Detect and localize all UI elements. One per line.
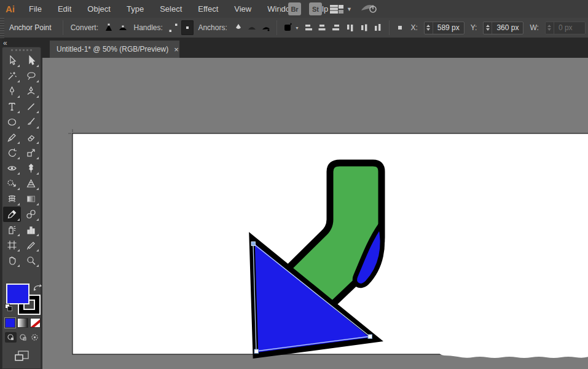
- tool-lasso[interactable]: [22, 68, 40, 84]
- tool-rotate[interactable]: [3, 145, 21, 161]
- color-mode-row: [5, 318, 41, 328]
- show-handles-button[interactable]: [167, 20, 180, 35]
- menu-effect[interactable]: Effect: [190, 0, 226, 18]
- menu-file[interactable]: File: [21, 0, 50, 18]
- bridge-button[interactable]: Br: [288, 2, 301, 15]
- artboard-corner-mark: [68, 129, 73, 133]
- menu-type[interactable]: Type: [119, 0, 152, 18]
- tool-mesh[interactable]: [3, 191, 21, 207]
- menu-edit[interactable]: Edit: [50, 0, 79, 18]
- tool-shaper[interactable]: [3, 130, 21, 145]
- swap-fill-stroke-icon[interactable]: [33, 283, 42, 294]
- document-tab-strip: « Untitled-1* @ 50% (RGB/Preview) ×: [0, 38, 588, 58]
- x-value[interactable]: 589 px: [433, 23, 464, 32]
- menu-bar: Ai File Edit Object Type Select Effect V…: [0, 0, 588, 18]
- tool-gradient[interactable]: [22, 191, 40, 207]
- gradient-button[interactable]: [17, 318, 28, 328]
- document-tab-title: Untitled-1* @ 50% (RGB/Preview): [50, 45, 168, 54]
- workspace-switcher-icon[interactable]: ▼: [330, 5, 352, 14]
- tool-scale[interactable]: [22, 145, 40, 161]
- x-stepper[interactable]: [425, 22, 433, 34]
- tool-curvature[interactable]: [22, 84, 40, 99]
- color-button[interactable]: [5, 318, 15, 328]
- w-value: 0 px: [554, 23, 577, 32]
- divider: [389, 20, 390, 35]
- white-wavy-shape[interactable]: [438, 346, 588, 358]
- convert-to-smooth-button[interactable]: [117, 20, 130, 35]
- close-tab-icon[interactable]: ×: [168, 45, 184, 54]
- align-top-button[interactable]: [343, 20, 356, 35]
- w-label: W:: [526, 23, 542, 32]
- tool-column-graph[interactable]: [22, 222, 40, 237]
- change-screen-mode-button[interactable]: [14, 350, 31, 362]
- tool-eraser[interactable]: [22, 130, 40, 145]
- anchor-handle-bottom-left[interactable]: [254, 349, 259, 354]
- tool-selection[interactable]: [3, 53, 21, 68]
- anchor-handle-bottom-right[interactable]: [368, 335, 372, 339]
- tool-symbol-sprayer[interactable]: [3, 222, 21, 237]
- menu-view[interactable]: View: [226, 0, 259, 18]
- align-vertical-center-button[interactable]: [358, 20, 370, 35]
- none-button[interactable]: [30, 318, 41, 328]
- tool-puppet-warp[interactable]: [22, 161, 40, 176]
- tool-ellipse[interactable]: [3, 114, 21, 130]
- fill-color-swatch[interactable]: [6, 284, 29, 304]
- draw-behind-button[interactable]: [17, 332, 29, 343]
- tool-perspective-grid[interactable]: [22, 176, 40, 191]
- convert-to-corner-button[interactable]: [103, 20, 116, 35]
- collapse-panel-button[interactable]: «: [3, 39, 7, 47]
- document-tab[interactable]: Untitled-1* @ 50% (RGB/Preview) ×: [49, 40, 180, 58]
- tool-width[interactable]: [3, 161, 21, 176]
- tool-slice[interactable]: [22, 237, 40, 253]
- drawing-mode-row: [5, 332, 41, 343]
- y-field[interactable]: 360 px: [483, 22, 523, 34]
- tool-blend[interactable]: [22, 207, 40, 222]
- document-canvas[interactable]: [42, 58, 588, 369]
- tool-pen[interactable]: [3, 84, 21, 99]
- tool-artboard[interactable]: [3, 237, 21, 253]
- tool-type[interactable]: [3, 99, 21, 114]
- tool-magic-wand[interactable]: [3, 68, 21, 84]
- control-bar: Anchor Point Convert: Handles: Anchors: …: [0, 18, 588, 38]
- remove-anchor-button[interactable]: [245, 20, 258, 35]
- tool-eyedropper[interactable]: [3, 207, 21, 222]
- tool-hand[interactable]: [3, 253, 21, 268]
- align-horizontal-center-button[interactable]: [316, 20, 329, 35]
- fill-stroke-widget: [5, 284, 41, 318]
- tool-zoom[interactable]: [22, 253, 40, 268]
- stock-button[interactable]: St: [309, 2, 322, 15]
- default-fill-stroke-icon[interactable]: [5, 304, 13, 312]
- draw-normal-button[interactable]: [5, 332, 17, 343]
- anchor-point-reference-icon: [394, 20, 407, 35]
- controlbar-grip[interactable]: [0, 18, 4, 38]
- menubar-divider: [280, 4, 280, 15]
- x-label: X:: [407, 23, 421, 32]
- tool-shape-builder[interactable]: [3, 176, 21, 191]
- transform-artboard-button[interactable]: ▼: [281, 20, 300, 35]
- hide-handles-button[interactable]: [181, 20, 194, 35]
- tool-direct-selection[interactable]: [22, 53, 40, 68]
- tool-line-segment[interactable]: [22, 99, 40, 114]
- add-anchor-button[interactable]: [232, 20, 245, 35]
- share-power-icon[interactable]: [360, 2, 378, 16]
- tool-paintbrush[interactable]: [22, 114, 40, 130]
- y-value[interactable]: 360 px: [492, 23, 523, 32]
- handles-label: Handles:: [130, 23, 167, 32]
- menu-select[interactable]: Select: [152, 0, 190, 18]
- menu-object[interactable]: Object: [79, 0, 119, 18]
- tools-panel-grip[interactable]: [11, 49, 32, 52]
- divider: [63, 20, 63, 35]
- y-stepper[interactable]: [484, 22, 492, 34]
- w-field: 0 px: [545, 22, 586, 34]
- anchor-handle-top[interactable]: [251, 242, 256, 246]
- align-right-button[interactable]: [330, 20, 343, 35]
- chevron-down-icon: ▼: [347, 6, 352, 12]
- align-bottom-button[interactable]: [372, 20, 385, 35]
- w-stepper: [546, 22, 554, 34]
- cut-path-button[interactable]: [259, 20, 272, 35]
- align-left-button[interactable]: [302, 20, 315, 35]
- convert-label: Convert:: [67, 23, 102, 32]
- x-field[interactable]: 589 px: [424, 22, 465, 34]
- illustrator-window: Ai File Edit Object Type Select Effect V…: [0, 0, 588, 369]
- draw-inside-button[interactable]: [29, 332, 41, 343]
